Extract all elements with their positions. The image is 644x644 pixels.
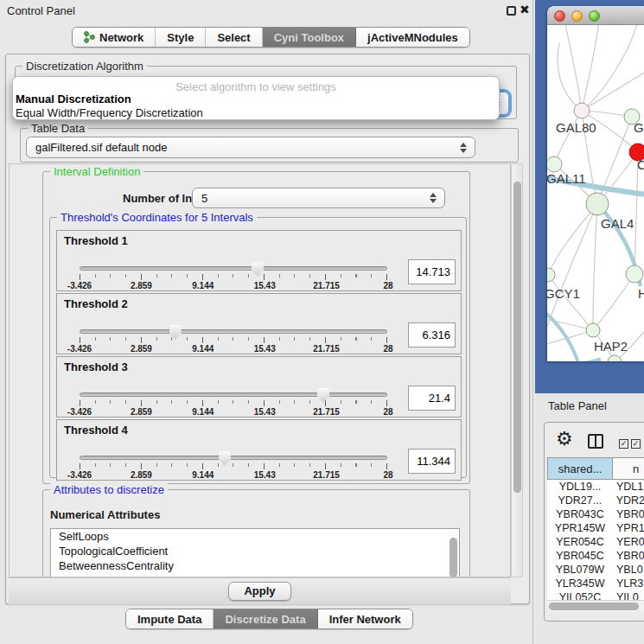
algorithm-placeholder-option: Select algorithm to view settings: [13, 80, 499, 93]
slider-track[interactable]: [80, 456, 387, 460]
tab-select[interactable]: Select: [206, 28, 262, 47]
table-row[interactable]: YIL052CYIL0: [547, 590, 644, 600]
threshold-1-slider[interactable]: -3.426 2.859 9.144 15.43 21.715 28: [80, 262, 388, 291]
algorithm-option-equal-width[interactable]: Equal Width/Frequency Discretization: [16, 106, 203, 119]
node-hap2[interactable]: [586, 323, 600, 337]
cyni-toolbox-panel: Discretization Algorithm Select algorith…: [5, 54, 530, 604]
slider-track[interactable]: [80, 266, 387, 271]
numerical-attributes-list: SelfLoops TopologicalCoefficient Between…: [50, 528, 460, 577]
tab-network-label: Network: [99, 31, 143, 44]
node-label: GAL80: [556, 120, 596, 135]
thresholds-group-title: Threshold's Coordinates for 5 Intervals: [57, 211, 257, 224]
close-traffic-light-icon[interactable]: [554, 10, 565, 22]
threshold-1-value-field[interactable]: 14.713: [408, 259, 456, 284]
checkbox-icon[interactable]: ✓: [619, 439, 628, 449]
node-gcy1[interactable]: [547, 268, 555, 282]
thresholds-group: Threshold's Coordinates for 5 Intervals …: [49, 217, 467, 478]
tab-cyni-toolbox[interactable]: Cyni Toolbox: [263, 28, 356, 47]
table-row[interactable]: YBR045CYBR0: [547, 549, 644, 563]
threshold-2-label: Threshold 2: [64, 297, 128, 310]
tab-network[interactable]: Network: [73, 28, 156, 47]
tab-jactivemnodules[interactable]: jActiveMNodules: [356, 28, 469, 47]
network-graph: GAL80 GA C GAL11 GAL4 GCY1 H HAP2: [547, 25, 644, 361]
threshold-3-panel: Threshold 3 -3.426 2.859 9.144 15.43: [56, 356, 462, 418]
slider-track[interactable]: [80, 329, 387, 334]
tab-impute-data[interactable]: Impute Data: [126, 609, 214, 628]
list-item[interactable]: SelfLoops: [51, 529, 459, 544]
threshold-1-panel: Threshold 1 -3.426 2.859 9.144 15.43: [56, 230, 462, 291]
table-row[interactable]: YPR145WYPR1: [547, 521, 644, 535]
threshold-4-value-field[interactable]: 11.344: [408, 449, 456, 474]
threshold-3-label: Threshold 3: [64, 360, 128, 373]
close-icon[interactable]: ✖: [520, 3, 530, 16]
node-label: C: [637, 157, 644, 172]
zoom-traffic-light-icon[interactable]: [589, 10, 600, 22]
node-label: GA: [634, 120, 644, 135]
bottom-tab-bar: Impute Data Discretize Data Infer Networ…: [125, 609, 413, 629]
threshold-3-slider[interactable]: -3.426 2.859 9.144 15.43 21.715 28: [80, 388, 388, 418]
network-window-titlebar[interactable]: [547, 6, 644, 25]
settings-scroll-area: Interval Definition Number of Intervals …: [9, 163, 511, 577]
screen: Control Panel ✖ Network Style Select Cyn…: [0, 0, 644, 644]
threshold-4-slider[interactable]: -3.426 2.859 9.144 15.43 21.715 28: [80, 451, 388, 481]
table-data-value: galFiltered.sif default node: [27, 141, 475, 154]
threshold-2-value-field[interactable]: 6.316: [408, 322, 456, 348]
node-gal11[interactable]: [547, 156, 562, 172]
chevron-updown-icon: [430, 192, 437, 204]
attributes-group: Attributes to discretize Numerical Attri…: [42, 489, 470, 577]
threshold-1-label: Threshold 1: [64, 234, 128, 247]
table-row[interactable]: YBR043CYBR0: [547, 507, 644, 521]
float-icon[interactable]: [507, 6, 516, 16]
table-row[interactable]: YDL19...YDL1: [547, 480, 644, 494]
network-icon: [84, 31, 95, 43]
table-data-group: Table Data galFiltered.sif default node: [20, 128, 519, 163]
node-gal4[interactable]: [586, 193, 609, 215]
node-label: GCY1: [547, 286, 580, 301]
list-item[interactable]: BetweennessCentrality: [51, 558, 459, 573]
column-header-name[interactable]: n: [613, 457, 644, 480]
column-header-shared-name[interactable]: shared...: [547, 457, 613, 480]
top-tab-bar: Network Style Select Cyni Toolbox jActiv…: [72, 27, 470, 48]
table-row[interactable]: YLR345WYLR3: [547, 577, 644, 590]
tab-discretize-data[interactable]: Discretize Data: [214, 609, 317, 628]
slider-track[interactable]: [80, 392, 387, 397]
apply-button[interactable]: Apply: [228, 582, 290, 601]
table-panel-region: Table Panel ⚙ ✓ ✓ shared... n YDL19...YD…: [535, 393, 644, 644]
attributes-group-title: Attributes to discretize: [50, 483, 168, 496]
table-body: YDL19...YDL1 YDR27...YDR2 YBR043CYBR0 YP…: [547, 480, 644, 600]
algorithm-option-manual[interactable]: Manual Discretization: [16, 92, 131, 105]
node-label: HAP2: [594, 339, 628, 354]
interval-definition-group: Interval Definition Number of Intervals …: [42, 171, 470, 484]
control-panel: Control Panel ✖ Network Style Select Cyn…: [0, 0, 533, 644]
table-panel-title: Table Panel: [548, 399, 607, 412]
table-data-combobox[interactable]: galFiltered.sif default node: [26, 137, 475, 158]
tab-infer-network[interactable]: Infer Network: [318, 609, 412, 628]
gear-icon[interactable]: ⚙: [556, 430, 573, 449]
discretization-algorithm-group-title: Discretization Algorithm: [22, 60, 147, 73]
split-column-icon[interactable]: [588, 434, 603, 449]
scrollbar-thumb[interactable]: [513, 182, 521, 493]
node-gal80[interactable]: [574, 103, 590, 118]
table-horizontal-scrollbar[interactable]: [547, 600, 644, 612]
scrollbar-thumb[interactable]: [549, 603, 639, 610]
table-row[interactable]: YDR27...YDR2: [547, 494, 644, 507]
tab-style[interactable]: Style: [156, 28, 206, 47]
checkbox-icon[interactable]: ✓: [631, 439, 641, 449]
table-row[interactable]: YER054CYER0: [547, 535, 644, 549]
number-of-intervals-combobox[interactable]: 5: [192, 188, 445, 208]
node-partial[interactable]: [608, 355, 622, 361]
list-item[interactable]: TopologicalCoefficient: [51, 544, 459, 558]
minimize-traffic-light-icon[interactable]: [571, 10, 583, 22]
chevron-updown-icon: [460, 142, 468, 154]
list-scrollbar[interactable]: [449, 531, 458, 577]
apply-row: Apply: [9, 577, 511, 604]
table-row[interactable]: YBL079WYBL0: [547, 563, 644, 577]
threshold-4-label: Threshold 4: [64, 424, 128, 437]
table-browser-window: ⚙ ✓ ✓ shared... n YDL19...YDL1 YDR27...Y…: [544, 422, 644, 622]
threshold-3-value-field[interactable]: 21.4: [408, 386, 456, 411]
table-header-row: shared... n: [547, 457, 644, 480]
threshold-2-slider[interactable]: -3.426 2.859 9.144 15.43 21.715 28: [80, 325, 388, 354]
network-canvas[interactable]: GAL80 GA C GAL11 GAL4 GCY1 H HAP2: [547, 25, 644, 361]
settings-vertical-scrollbar[interactable]: [511, 163, 523, 577]
node-h[interactable]: [626, 265, 643, 283]
